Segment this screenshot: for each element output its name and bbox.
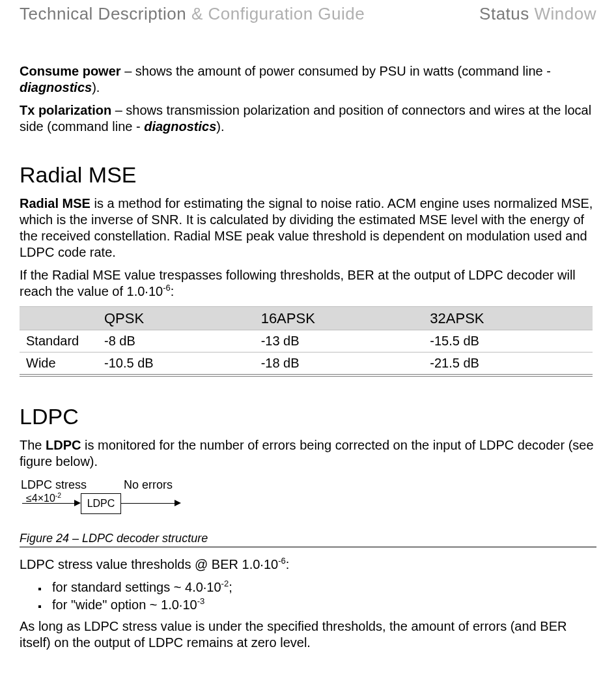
header-left-sub: & Configuration Guide — [186, 4, 365, 23]
consume-power-text: – shows the amount of power consumed by … — [121, 64, 551, 78]
header-left-main: Technical Description — [20, 4, 186, 23]
consume-power-end: ). — [92, 80, 100, 94]
arrow-icon — [121, 503, 180, 504]
ldpc-stress-exp: -2 — [55, 491, 61, 498]
ldpc-heading: LDPC — [20, 403, 596, 431]
figure-caption: Figure 24 – LDPC decoder structure — [20, 531, 596, 548]
ldpc-closing: As long as LDPC stress value is under th… — [20, 618, 596, 651]
consume-power-paragraph: Consume power – shows the amount of powe… — [20, 63, 596, 96]
bullet-1-exp: -2 — [221, 579, 229, 588]
ldpc-lead-bold: LDPC — [46, 438, 81, 452]
radial-threshold-pre: If the Radial MSE value trespasses follo… — [20, 268, 576, 298]
ldpc-noerr-label: No errors — [124, 478, 173, 493]
ldpc-threshold-text: LDPC stress value thresholds @ BER 1.0·1… — [20, 556, 596, 573]
ldpc-box: LDPC — [81, 493, 121, 514]
list-item: for "wide" option ~ 1.0·10-3 — [48, 597, 596, 613]
table-row: Standard -8 dB -13 dB -15.5 dB — [20, 330, 593, 353]
radial-threshold-exp: -6 — [163, 283, 171, 293]
ldpc-lead-post: is monitored for the number of errors be… — [20, 438, 594, 468]
bullet-2-pre: for "wide" option ~ 1.0·10 — [52, 598, 197, 612]
ldpc-thresh-pre: LDPC stress value thresholds @ BER 1.0·1… — [20, 557, 278, 571]
header-right-main: Status — [479, 4, 529, 23]
ldpc-diagram: LDPC stress ≤4×10-2 No errors LDPC — [20, 478, 189, 523]
page: Technical Description & Configuration Gu… — [0, 0, 616, 677]
radial-mse-heading: Radial MSE — [20, 161, 596, 189]
table-header-row: QPSK 16APSK 32APSK — [20, 306, 593, 330]
page-header: Technical Description & Configuration Gu… — [20, 0, 596, 24]
header-right: Status Window — [479, 4, 596, 24]
table-col-32apsk: 32APSK — [423, 306, 593, 330]
ldpc-thresh-exp: -6 — [278, 556, 286, 566]
arrowhead-icon — [175, 500, 181, 506]
cell: -8 dB — [98, 330, 255, 353]
bullet-1-post: ; — [229, 580, 232, 594]
ldpc-lead: The LDPC is monitored for the number of … — [20, 437, 596, 470]
table-col-qpsk: QPSK — [98, 306, 255, 330]
arrow-icon — [22, 503, 79, 504]
ldpc-stress-pre: ≤4×10 — [26, 493, 55, 504]
tx-polarization-cmd: diagnostics — [144, 119, 216, 134]
bullet-1-pre: for standard settings ~ 4.0·10 — [52, 580, 221, 594]
ldpc-stress-label: LDPC stress — [21, 478, 87, 493]
radial-mse-table: QPSK 16APSK 32APSK Standard -8 dB -13 dB… — [20, 306, 593, 377]
radial-mse-lead-text: is a method for estimating the signal to… — [20, 196, 593, 259]
row-label: Standard — [20, 330, 98, 353]
cell: -21.5 dB — [423, 353, 593, 376]
bullet-2-exp: -3 — [197, 596, 205, 606]
tx-polarization-paragraph: Tx polarization – shows transmission pol… — [20, 102, 596, 135]
cell: -10.5 dB — [98, 353, 255, 376]
consume-power-cmd: diagnostics — [20, 80, 92, 94]
ldpc-bullet-list: for standard settings ~ 4.0·10-2; for "w… — [20, 579, 596, 613]
list-item: for standard settings ~ 4.0·10-2; — [48, 579, 596, 596]
body: Consume power – shows the amount of powe… — [20, 63, 596, 651]
arrowhead-icon — [74, 500, 81, 506]
tx-polarization-end: ). — [216, 119, 224, 134]
radial-mse-lead-bold: Radial MSE — [20, 196, 91, 210]
tx-polarization-label: Tx polarization — [20, 103, 111, 117]
table-row: Wide -10.5 dB -18 dB -21.5 dB — [20, 353, 593, 376]
radial-mse-lead: Radial MSE is a method for estimating th… — [20, 195, 596, 261]
table-col-0 — [20, 306, 98, 330]
consume-power-label: Consume power — [20, 64, 121, 78]
cell: -18 dB — [255, 353, 424, 376]
radial-mse-threshold-text: If the Radial MSE value trespasses follo… — [20, 267, 596, 300]
header-left: Technical Description & Configuration Gu… — [20, 4, 365, 24]
ldpc-thresh-post: : — [286, 557, 290, 571]
cell: -15.5 dB — [423, 330, 593, 353]
table-col-16apsk: 16APSK — [255, 306, 424, 330]
header-right-sub: Window — [529, 4, 596, 23]
radial-threshold-post: : — [171, 284, 175, 298]
cell: -13 dB — [255, 330, 424, 353]
ldpc-lead-pre: The — [20, 438, 46, 452]
row-label: Wide — [20, 353, 98, 376]
